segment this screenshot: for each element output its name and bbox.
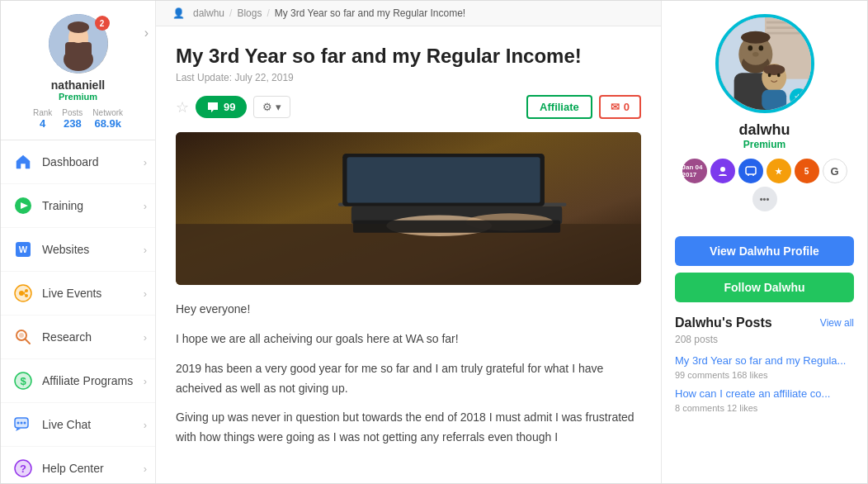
comment-icon	[207, 102, 219, 113]
sidebar-item-live-events[interactable]: Live Events ›	[1, 272, 155, 316]
svg-point-6	[68, 21, 89, 33]
network-label: Network	[92, 108, 123, 117]
svg-point-52	[752, 52, 758, 57]
post-link-title-2[interactable]: How can I create an affiliate co...	[675, 387, 854, 401]
author-profile-card: ★ dalwhu Premium Jan 04 2017 ★ 5 G •••	[675, 14, 854, 223]
post-date: Last Update: July 22, 2019	[176, 72, 641, 83]
sidebar-item-websites[interactable]: W Websites ›	[1, 228, 155, 272]
author-premium: Premium	[743, 139, 785, 150]
svg-point-26	[17, 422, 20, 425]
profile-nav-arrow[interactable]: ›	[144, 26, 149, 40]
sidebar: 2 › nathaniell Premium Rank 4 Posts 238 …	[1, 1, 156, 483]
network-value: 68.9k	[94, 117, 121, 130]
view-all-link[interactable]: View all	[820, 317, 854, 329]
post-paragraph-1: Hey everyone!	[176, 300, 641, 320]
help-center-chevron: ›	[144, 463, 147, 475]
mail-button[interactable]: ✉ 0	[599, 95, 641, 119]
affiliate-programs-label: Affiliate Programs	[42, 374, 133, 387]
post-link-meta-2: 8 comments 12 likes	[675, 403, 854, 413]
post-hero-image	[176, 132, 641, 285]
svg-point-49	[741, 31, 770, 44]
author-star-badge: ★	[790, 88, 808, 107]
sidebar-item-training[interactable]: Training ›	[1, 184, 155, 228]
badge-5: 5	[795, 159, 819, 183]
affiliate-programs-chevron: ›	[144, 375, 147, 387]
breadcrumb-sep2: /	[267, 7, 269, 19]
sidebar-item-help-center[interactable]: ? Help Center ›	[1, 447, 155, 483]
sidebar-nav: Dashboard › Training ›	[1, 140, 155, 483]
dashboard-chevron: ›	[144, 156, 147, 168]
svg-line-20	[26, 339, 31, 344]
breadcrumb-blogs[interactable]: Blogs	[237, 7, 262, 19]
svg-point-59	[720, 167, 725, 172]
training-chevron: ›	[144, 200, 147, 212]
settings-button[interactable]: ⚙ ▾	[253, 96, 290, 118]
notification-badge: 2	[95, 16, 110, 31]
author-posts-section: Dalwhu's Posts View all 208 posts My 3rd…	[675, 316, 854, 413]
svg-text:$: $	[20, 375, 26, 387]
view-profile-button[interactable]: View Dalwhu Profile	[675, 236, 854, 266]
help-center-label: Help Center	[42, 462, 104, 475]
svg-point-27	[21, 422, 23, 425]
post-title: My 3rd Year so far and my Regular Income…	[176, 43, 641, 69]
svg-point-13	[19, 291, 24, 296]
research-chevron: ›	[144, 331, 147, 344]
comment-count: 99	[224, 101, 235, 113]
badge-more: •••	[752, 187, 777, 211]
settings-chevron: ▾	[276, 101, 281, 113]
post-paragraph-4: Giving up was never in question but towa…	[176, 408, 641, 448]
username: nathaniell	[51, 78, 105, 92]
badge-2017: Jan 04 2017	[682, 159, 707, 183]
research-icon	[12, 326, 34, 348]
breadcrumb-current: My 3rd Year so far and my Regular Income…	[275, 7, 465, 19]
affiliate-button[interactable]: Affiliate	[526, 95, 592, 119]
chat-icon	[12, 414, 34, 435]
svg-rect-58	[762, 90, 786, 110]
post-paragraph-2: I hope we are all acheiving our goals he…	[176, 330, 641, 349]
stats-row: Rank 4 Posts 238 Network 68.9k	[33, 108, 123, 130]
follow-button[interactable]: Follow Dalwhu	[675, 273, 854, 302]
badge-gold: ★	[767, 159, 791, 183]
rank-value: 4	[40, 117, 45, 130]
live-events-label: Live Events	[42, 287, 101, 300]
mail-count: 0	[624, 101, 630, 113]
breadcrumb-user[interactable]: dalwhu	[193, 7, 224, 19]
premium-badge: Premium	[59, 92, 97, 102]
comment-button[interactable]: 99	[196, 96, 247, 118]
svg-rect-44	[766, 26, 808, 29]
author-name: dalwhu	[739, 121, 790, 139]
posts-count: 208 posts	[675, 334, 854, 345]
post-link-meta-1: 99 comments 168 likes	[675, 370, 854, 380]
training-label: Training	[42, 199, 83, 212]
post-actions-right: Affiliate ✉ 0	[526, 95, 641, 119]
live-chat-label: Live Chat	[42, 418, 91, 431]
star-icon[interactable]: ☆	[176, 98, 189, 116]
sidebar-item-dashboard[interactable]: Dashboard ›	[1, 140, 155, 184]
posts-section-title: Dalwhu's Posts	[675, 316, 772, 330]
research-label: Research	[42, 330, 92, 344]
posts-label: Posts	[62, 108, 83, 117]
post-link-title-1[interactable]: My 3rd Year so far and my Regula...	[675, 354, 854, 368]
rank-label: Rank	[33, 108, 52, 117]
sidebar-item-live-chat[interactable]: Live Chat ›	[1, 403, 155, 447]
svg-point-19	[19, 333, 24, 338]
video-icon	[12, 282, 34, 304]
svg-point-55	[763, 64, 785, 75]
sidebar-item-affiliate-programs[interactable]: $ Affiliate Programs ›	[1, 359, 155, 403]
live-chat-chevron: ›	[144, 419, 147, 431]
dashboard-label: Dashboard	[42, 155, 99, 168]
svg-point-28	[24, 422, 26, 425]
websites-chevron: ›	[144, 244, 147, 256]
websites-label: Websites	[42, 243, 89, 256]
author-badges: Jan 04 2017 ★ 5 G •••	[675, 159, 854, 211]
svg-rect-40	[353, 221, 560, 233]
sidebar-item-research[interactable]: Research ›	[1, 316, 155, 359]
badge-blue	[738, 159, 763, 183]
svg-rect-43	[766, 21, 808, 24]
right-sidebar: ★ dalwhu Premium Jan 04 2017 ★ 5 G ••• V…	[661, 1, 867, 483]
list-item: My 3rd Year so far and my Regula... 99 c…	[675, 354, 854, 380]
svg-point-56	[767, 74, 771, 78]
post-area: My 3rd Year so far and my Regular Income…	[156, 26, 661, 483]
svg-rect-45	[766, 32, 808, 35]
svg-rect-37	[347, 157, 540, 202]
